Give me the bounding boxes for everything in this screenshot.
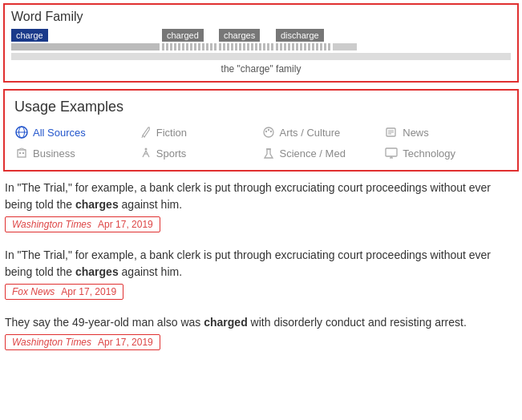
example-text-1: In "The Trial," for example, a bank cler… <box>5 247 517 281</box>
building-icon <box>14 146 29 160</box>
word-btn-discharge[interactable]: discharge <box>276 29 324 42</box>
source-label-science-med: Science / Med <box>280 147 346 160</box>
source-label-fiction: Fiction <box>156 127 187 139</box>
example-block-1: In "The Trial," for example, a bank cler… <box>5 247 517 306</box>
example-block-2: They say the 49-year-old man also was ch… <box>5 314 517 357</box>
quill-icon <box>138 125 152 139</box>
source-label-all-sources: All Sources <box>33 127 86 139</box>
word-btn-charges[interactable]: charges <box>219 29 260 42</box>
source-science-med[interactable]: Science / Med <box>261 144 385 162</box>
word-family-title: Word Family <box>11 10 511 24</box>
bar-charged[interactable]: charged <box>162 29 216 50</box>
bar-charges[interactable]: charges <box>219 29 273 50</box>
frequency-bars: charge charged charges discharge <box>11 29 511 50</box>
source-fiction[interactable]: Fiction <box>138 123 261 141</box>
svg-rect-14 <box>22 152 24 154</box>
source-name-1: Fox News <box>12 286 55 297</box>
source-name-0: Washington Times <box>12 219 91 230</box>
source-technology[interactable]: Technology <box>384 144 508 162</box>
palette-icon <box>261 125 276 139</box>
svg-rect-12 <box>18 150 26 157</box>
globe-icon <box>14 125 29 139</box>
figure-icon <box>138 146 152 160</box>
source-label-arts-culture: Arts / Culture <box>280 127 341 139</box>
monitor-icon <box>384 146 399 160</box>
word-btn-charged[interactable]: charged <box>162 29 204 42</box>
svg-point-6 <box>267 129 269 131</box>
svg-point-5 <box>265 131 266 132</box>
source-date-2: Apr 17, 2019 <box>98 337 153 348</box>
bar-discharge[interactable]: discharge <box>276 29 330 50</box>
bar-fill-discharge <box>276 43 330 50</box>
source-arts-culture[interactable]: Arts / Culture <box>261 123 385 141</box>
bar-fill-charges <box>219 43 273 50</box>
svg-point-7 <box>269 131 271 132</box>
source-sports[interactable]: Sports <box>138 144 261 162</box>
source-badge-0[interactable]: Washington TimesApr 17, 2019 <box>5 216 160 232</box>
source-label-technology: Technology <box>403 147 455 160</box>
svg-point-17 <box>144 148 147 151</box>
bar-trailing <box>333 43 357 50</box>
source-date-0: Apr 17, 2019 <box>98 219 153 230</box>
source-badge-2[interactable]: Washington TimesApr 17, 2019 <box>5 334 160 350</box>
flask-icon <box>261 146 276 160</box>
source-label-business: Business <box>33 147 75 160</box>
bar-fill-charged <box>162 43 216 50</box>
charge-family-label: the "charge" family <box>11 63 511 75</box>
source-date-1: Apr 17, 2019 <box>61 286 116 297</box>
source-business[interactable]: Business <box>14 144 138 162</box>
source-news[interactable]: News <box>384 123 508 141</box>
full-underbar <box>11 53 511 60</box>
word-btn-charge[interactable]: charge <box>11 29 48 42</box>
source-all-sources[interactable]: All Sources <box>14 123 138 141</box>
svg-rect-19 <box>386 148 397 156</box>
examples-container: In "The Trial," for example, a bank cler… <box>0 180 522 357</box>
bar-fill-charge <box>11 43 160 50</box>
source-label-news: News <box>403 127 429 139</box>
word-family-section: Word Family charge charged charges disch… <box>3 3 519 83</box>
bar-charge[interactable]: charge <box>11 29 160 50</box>
svg-rect-13 <box>19 152 21 154</box>
usage-examples-title: Usage Examples <box>14 99 508 115</box>
source-name-2: Washington Times <box>12 337 91 348</box>
example-block-0: In "The Trial," for example, a bank cler… <box>5 180 517 239</box>
newspaper-icon <box>384 125 399 139</box>
example-text-0: In "The Trial," for example, a bank cler… <box>5 180 517 213</box>
example-text-2: They say the 49-year-old man also was ch… <box>5 314 517 331</box>
svg-line-3 <box>142 135 143 138</box>
source-grid: All Sources Fiction Arts / Culture News <box>14 123 508 162</box>
usage-examples-section: Usage Examples All Sources Fiction Arts … <box>3 89 519 172</box>
source-label-sports: Sports <box>156 147 187 160</box>
source-badge-1[interactable]: Fox NewsApr 17, 2019 <box>5 284 123 300</box>
